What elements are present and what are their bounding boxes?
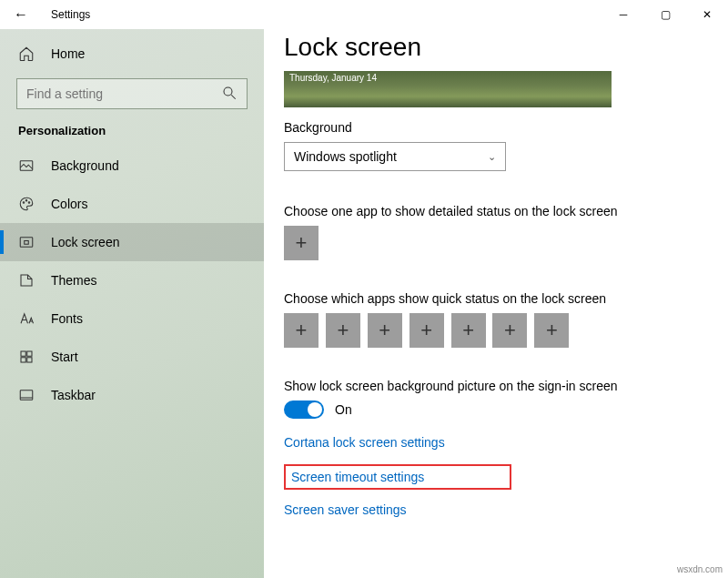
maximize-button[interactable]: ▢: [644, 0, 686, 29]
home-icon: [18, 46, 36, 62]
sidebar-item-label: Fonts: [51, 311, 83, 326]
signin-picture-label: Show lock screen background picture on t…: [284, 379, 728, 393]
svg-point-5: [28, 202, 30, 204]
svg-point-4: [25, 200, 27, 202]
screen-saver-link[interactable]: Screen saver settings: [284, 502, 728, 517]
svg-rect-12: [20, 390, 33, 401]
add-quick-app-button[interactable]: +: [326, 313, 360, 348]
svg-rect-7: [25, 241, 29, 245]
page-title: Lock screen: [284, 33, 728, 62]
preview-datetime: Thursday, January 14: [289, 73, 377, 83]
sidebar: Home Personalization Background Colors L…: [0, 29, 264, 578]
nav-home-label: Home: [51, 46, 85, 61]
sidebar-item-label: Start: [51, 350, 78, 364]
taskbar-icon: [18, 387, 36, 403]
sidebar-item-label: Colors: [51, 197, 87, 211]
screen-timeout-link[interactable]: Screen timeout settings: [291, 470, 504, 484]
add-quick-app-button[interactable]: +: [451, 313, 486, 348]
content-pane: Lock screen Thursday, January 14 Backgro…: [264, 29, 728, 578]
svg-line-1: [231, 95, 236, 99]
cortana-settings-link[interactable]: Cortana lock screen settings: [284, 435, 728, 450]
search-input[interactable]: [26, 86, 221, 101]
fonts-icon: [18, 310, 36, 327]
toggle-state: On: [335, 402, 352, 417]
svg-point-0: [224, 87, 232, 96]
highlight-box: Screen timeout settings: [284, 464, 511, 490]
background-label: Background: [284, 120, 728, 135]
nav-home[interactable]: Home: [0, 36, 264, 71]
start-icon: [18, 349, 36, 365]
sidebar-item-lock-screen[interactable]: Lock screen: [0, 223, 264, 261]
lock-screen-preview[interactable]: Thursday, January 14: [284, 71, 612, 107]
add-quick-app-button[interactable]: +: [492, 313, 527, 348]
sidebar-item-label: Themes: [51, 273, 97, 288]
watermark: wsxdn.com: [677, 564, 723, 574]
add-quick-app-button[interactable]: +: [534, 313, 569, 348]
themes-icon: [18, 272, 36, 289]
detailed-status-label: Choose one app to show detailed status o…: [284, 204, 728, 218]
close-button[interactable]: ✕: [686, 0, 728, 29]
sidebar-item-label: Background: [51, 158, 119, 173]
minimize-button[interactable]: ─: [602, 0, 644, 29]
svg-rect-8: [21, 351, 25, 356]
svg-rect-11: [27, 358, 32, 362]
back-button[interactable]: ←: [7, 6, 35, 23]
palette-icon: [18, 196, 36, 212]
window-title: Settings: [51, 8, 90, 21]
sidebar-item-colors[interactable]: Colors: [0, 185, 264, 223]
search-icon: [221, 85, 238, 104]
category-label: Personalization: [0, 109, 264, 147]
add-quick-app-button[interactable]: +: [368, 313, 402, 348]
svg-rect-9: [27, 351, 32, 356]
add-quick-app-button[interactable]: +: [410, 313, 444, 348]
lock-screen-icon: [18, 234, 36, 250]
sidebar-item-taskbar[interactable]: Taskbar: [0, 376, 264, 414]
chevron-down-icon: ⌄: [488, 151, 496, 163]
sidebar-item-label: Taskbar: [51, 388, 96, 402]
sidebar-item-background[interactable]: Background: [0, 147, 264, 185]
sidebar-item-fonts[interactable]: Fonts: [0, 299, 264, 338]
svg-point-3: [23, 202, 25, 204]
add-detailed-app-button[interactable]: +: [284, 226, 318, 260]
search-box[interactable]: [16, 78, 248, 109]
background-value: Windows spotlight: [294, 149, 397, 164]
signin-picture-toggle[interactable]: [284, 401, 324, 419]
picture-icon: [18, 157, 36, 174]
quick-status-label: Choose which apps show quick status on t…: [284, 291, 728, 306]
add-quick-app-button[interactable]: +: [284, 313, 318, 348]
background-select[interactable]: Windows spotlight ⌄: [284, 142, 506, 171]
svg-rect-6: [20, 238, 33, 248]
sidebar-item-themes[interactable]: Themes: [0, 261, 264, 299]
sidebar-item-start[interactable]: Start: [0, 338, 264, 376]
sidebar-item-label: Lock screen: [51, 235, 119, 249]
svg-rect-10: [21, 358, 25, 362]
